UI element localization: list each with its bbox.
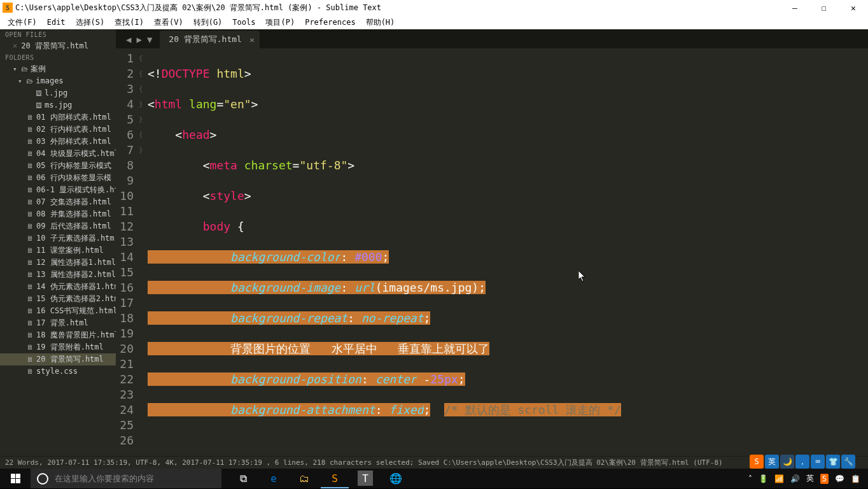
file-20[interactable]: 20 背景简写.html: [0, 353, 116, 365]
tab-close-icon[interactable]: ×: [249, 35, 255, 45]
tab-bar: ◀▶▼ 20 背景简写.html×: [116, 29, 868, 48]
cortana-icon: [37, 473, 48, 485]
tray-volume-icon[interactable]: 🔊: [790, 474, 800, 483]
file-07[interactable]: 07 交集选择器.html: [0, 196, 116, 208]
windows-logo-icon: [11, 474, 20, 483]
line-gutter: 1 2 3 4 5 6 7 8 9 10 11 12 13 14 15 16 1…: [116, 48, 139, 456]
file-15[interactable]: 15 伪元素选择器2.htm: [0, 293, 116, 305]
window-title: C:\Users\apple\Desktop\CSS3入门及提高 02\案例\2…: [15, 3, 381, 13]
file-09[interactable]: 09 后代选择器.html: [0, 220, 116, 232]
ime-toolbox-icon[interactable]: 🔧: [841, 455, 855, 469]
status-text: 22 Words, 2017-07-11 17:35:19, UTF-8, 4K…: [5, 458, 723, 467]
app-icon: S: [3, 3, 13, 13]
folder-root[interactable]: 案例: [0, 63, 116, 75]
file-08[interactable]: 08 并集选择器.html: [0, 208, 116, 220]
file-04[interactable]: 04 块级显示模式.html: [0, 148, 116, 160]
menu-file[interactable]: 文件(F): [3, 17, 42, 28]
edge-icon[interactable]: e: [258, 469, 289, 488]
sidebar: OPEN FILES ×20 背景简写.html FOLDERS 案例 imag…: [0, 29, 116, 456]
tab-next-icon[interactable]: ▶: [136, 34, 141, 45]
code-area[interactable]: 1 2 3 4 5 6 7 8 9 10 11 12 13 14 15 16 1…: [116, 48, 868, 456]
fold-column: { { { } } { }: [139, 48, 148, 456]
search-placeholder: 在这里输入你要搜索的内容: [55, 473, 154, 485]
text-icon[interactable]: T: [358, 471, 373, 486]
tray-lang[interactable]: 英: [806, 473, 814, 484]
chrome-icon[interactable]: 🌐: [381, 469, 411, 488]
task-view-icon[interactable]: ⧉: [228, 469, 258, 488]
ime-punc-icon[interactable]: ，: [795, 455, 809, 469]
menu-tools[interactable]: Tools: [227, 18, 260, 27]
file-stylecss[interactable]: style.css: [0, 365, 116, 378]
open-files-header: OPEN FILES: [0, 29, 116, 40]
close-button[interactable]: ✕: [839, 0, 868, 15]
tab-active[interactable]: 20 背景简写.html×: [160, 31, 259, 48]
taskbar: 在这里输入你要搜索的内容 ⧉ e 🗂 S T 🌐 ˄ 🔋 📶 🔊 英 S 💬 📋: [0, 469, 868, 488]
tray-sogou-icon[interactable]: S: [820, 474, 829, 484]
menu-preferences[interactable]: Preferences: [300, 18, 360, 27]
tray-up-icon[interactable]: ˄: [748, 474, 752, 483]
file-061[interactable]: 06-1 显示模式转换.ht: [0, 184, 116, 196]
tab-dropdown-icon[interactable]: ▼: [147, 34, 152, 45]
ime-toolbar: S 英 🌙 ， ⌨ 👕 🔧: [750, 455, 855, 469]
tray-notifications-icon[interactable]: 💬: [835, 474, 844, 483]
code-content[interactable]: <!DOCTYPE html> <html lang="en"> <head> …: [148, 48, 868, 456]
folder-images[interactable]: images: [0, 75, 116, 87]
menu-bar: 文件(F) Edit 选择(S) 查找(I) 查看(V) 转到(G) Tools…: [0, 15, 868, 29]
file-06[interactable]: 06 行内块标签显示模: [0, 172, 116, 184]
tab-prev-icon[interactable]: ◀: [126, 34, 131, 45]
file-16[interactable]: 16 CSS书写规范.html: [0, 305, 116, 317]
menu-selection[interactable]: 选择(S): [71, 17, 110, 28]
ime-sogou-icon[interactable]: S: [750, 455, 764, 469]
file-12[interactable]: 12 属性选择器1.html: [0, 257, 116, 269]
menu-edit[interactable]: Edit: [42, 18, 71, 27]
menu-goto[interactable]: 转到(G): [188, 17, 228, 28]
sublime-icon[interactable]: S: [319, 469, 350, 488]
system-tray: ˄ 🔋 📶 🔊 英 S 💬 📋: [748, 473, 868, 484]
file-11[interactable]: 11 课堂案例.html: [0, 244, 116, 257]
file-17[interactable]: 17 背景.html: [0, 317, 116, 329]
status-bar: 22 Words, 2017-07-11 17:35:19, UTF-8, 4K…: [0, 456, 868, 469]
explorer-icon[interactable]: 🗂: [289, 469, 319, 488]
open-file-item[interactable]: ×20 背景简写.html: [0, 40, 116, 52]
tray-battery-icon[interactable]: 🔋: [759, 474, 768, 483]
ime-keyboard-icon[interactable]: ⌨: [811, 455, 825, 469]
file-14[interactable]: 14 伪元素选择器1.htm: [0, 281, 116, 293]
ime-lang-icon[interactable]: 英: [765, 455, 779, 469]
file-01[interactable]: 01 内部样式表.html: [0, 111, 116, 124]
file-ljpg[interactable]: l.jpg: [0, 87, 116, 99]
file-13[interactable]: 13 属性选择器2.html: [0, 269, 116, 281]
menu-find[interactable]: 查找(I): [109, 17, 149, 28]
maximize-button[interactable]: ☐: [809, 0, 839, 15]
tray-wifi-icon[interactable]: 📶: [774, 474, 784, 483]
file-03[interactable]: 03 外部样式表.html: [0, 136, 116, 148]
file-02[interactable]: 02 行内样式表.html: [0, 124, 116, 136]
folders-header: FOLDERS: [0, 52, 116, 63]
taskbar-search[interactable]: 在这里输入你要搜索的内容: [31, 469, 221, 488]
title-bar: S C:\Users\apple\Desktop\CSS3入门及提高 02\案例…: [0, 0, 868, 15]
ime-moon-icon[interactable]: 🌙: [780, 455, 794, 469]
minimize-button[interactable]: —: [780, 0, 809, 15]
ime-skin-icon[interactable]: 👕: [826, 455, 840, 469]
file-19[interactable]: 19 背景附着.html: [0, 341, 116, 353]
editor: ◀▶▼ 20 背景简写.html× 1 2 3 4 5 6 7 8 9 10 1…: [116, 29, 868, 456]
file-05[interactable]: 05 行内标签显示模式: [0, 160, 116, 172]
menu-project[interactable]: 项目(P): [260, 17, 300, 28]
start-button[interactable]: [0, 469, 31, 488]
tray-extra-icon[interactable]: 📋: [851, 474, 860, 483]
file-10[interactable]: 10 子元素选择器.htm: [0, 232, 116, 244]
menu-view[interactable]: 查看(V): [149, 17, 188, 28]
file-msjpg[interactable]: ms.jpg: [0, 99, 116, 111]
file-18[interactable]: 18 魔兽背景图片.html: [0, 329, 116, 341]
menu-help[interactable]: 帮助(H): [361, 17, 400, 28]
